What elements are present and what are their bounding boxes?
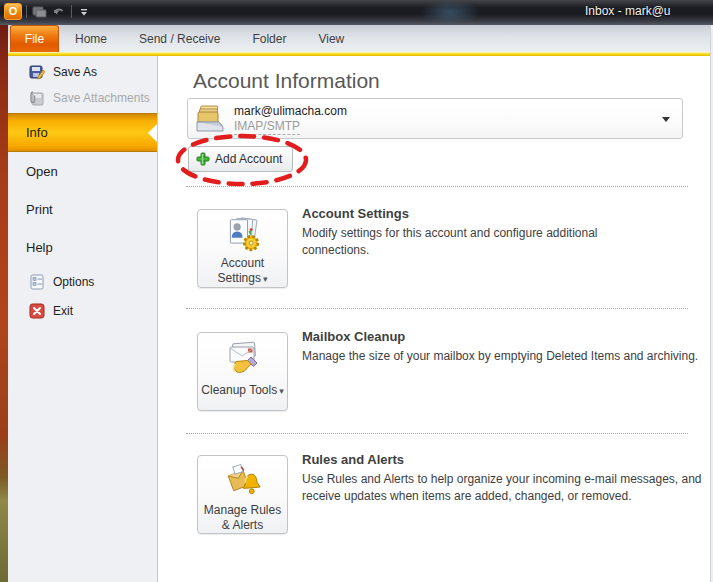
sidebar-item-label: Print (26, 202, 53, 217)
sidebar-item-label: Exit (53, 304, 73, 318)
section-description: Manage the size of your mailbox by empty… (302, 348, 704, 365)
tab-send-receive[interactable]: Send / Receive (123, 25, 236, 52)
section-description: Modify settings for this account and con… (302, 225, 658, 259)
manage-rules-alerts-button[interactable]: Manage Rules & Alerts (197, 455, 288, 534)
section-title: Rules and Alerts (302, 452, 404, 467)
exit-icon (28, 303, 45, 319)
page-title: Account Information (193, 69, 380, 93)
save-as-icon (28, 64, 45, 80)
add-account-button[interactable]: Add Account (188, 146, 293, 172)
tab-home[interactable]: Home (59, 25, 123, 52)
sidebar-item-exit[interactable]: Exit (8, 298, 157, 324)
cleanup-tools-icon (221, 340, 265, 380)
account-email: mark@ulimacha.com (234, 104, 347, 119)
undo-icon[interactable] (51, 4, 67, 19)
separator (186, 308, 688, 309)
separator (186, 433, 688, 434)
sidebar-item-save-attachments: Save Attachments (8, 85, 157, 111)
plus-icon (196, 152, 210, 166)
dropdown-arrow-icon: ▾ (263, 274, 268, 284)
outlook-backstage-window: O Inbox - mark@u File Home Send / Receiv… (0, 0, 713, 582)
section-description: Use Rules and Alerts to help organize yo… (302, 471, 713, 505)
sidebar-item-save-as[interactable]: Save As (8, 59, 157, 85)
add-account-label: Add Account (215, 152, 282, 166)
sidebar-item-options[interactable]: Options (8, 269, 157, 295)
titlebar-glow (420, 0, 480, 25)
tab-file[interactable]: File (10, 25, 59, 52)
title-bar: O Inbox - mark@u (0, 0, 713, 25)
big-button-label: Cleanup Tools▾ (200, 383, 286, 399)
sidebar-item-label: Save Attachments (53, 91, 150, 105)
tab-view[interactable]: View (302, 25, 360, 52)
big-button-label: Manage Rules & Alerts (200, 503, 286, 533)
section-title: Account Settings (302, 206, 409, 221)
sidebar-item-label: Save As (53, 65, 97, 79)
sidebar-item-label: Options (53, 275, 94, 289)
section-title: Mailbox Cleanup (302, 329, 405, 344)
sidebar-item-label: Help (26, 240, 53, 255)
outlook-logo-icon[interactable]: O (4, 3, 22, 20)
sidebar-item-label: Open (26, 164, 58, 179)
qat-separator (71, 5, 72, 18)
chevron-down-icon[interactable] (662, 117, 670, 122)
account-protocol: IMAP/SMTP (234, 119, 300, 135)
save-attachments-icon (28, 90, 45, 106)
sidebar-item-info[interactable]: Info (8, 113, 157, 152)
tab-folder[interactable]: Folder (236, 25, 302, 52)
sidebar-item-open[interactable]: Open (8, 152, 157, 190)
account-selector-texts: mark@ulimacha.com IMAP/SMTP (234, 103, 347, 135)
backstage-sidebar: Save As Save Attachments Info Open Print… (8, 56, 158, 582)
qat-separator (26, 5, 27, 18)
quick-access-toolbar: O (4, 3, 92, 20)
desktop-wallpaper-strip (0, 0, 8, 582)
account-settings-button[interactable]: Account Settings▾ (197, 209, 288, 288)
account-settings-icon (221, 217, 265, 253)
ribbon-tab-row: File Home Send / Receive Folder View (8, 25, 713, 52)
account-folders-icon (195, 104, 226, 133)
cleanup-tools-button[interactable]: Cleanup Tools▾ (197, 332, 288, 411)
sidebar-item-print[interactable]: Print (8, 190, 157, 228)
account-information-pane: Account Information mark@ulimacha.com IM… (158, 56, 710, 582)
big-button-label: Account Settings▾ (200, 256, 286, 287)
dropdown-arrow-icon: ▾ (279, 386, 284, 396)
sidebar-item-help[interactable]: Help (8, 228, 157, 266)
send-receive-icon[interactable] (31, 4, 47, 19)
manage-rules-alerts-icon (221, 463, 265, 500)
customize-quick-access-icon[interactable] (76, 4, 92, 19)
account-selector-dropdown[interactable]: mark@ulimacha.com IMAP/SMTP (187, 98, 683, 139)
window-title: Inbox - mark@u (585, 4, 713, 18)
sidebar-item-label: Info (26, 125, 48, 140)
separator (186, 186, 688, 187)
options-icon (28, 274, 45, 290)
